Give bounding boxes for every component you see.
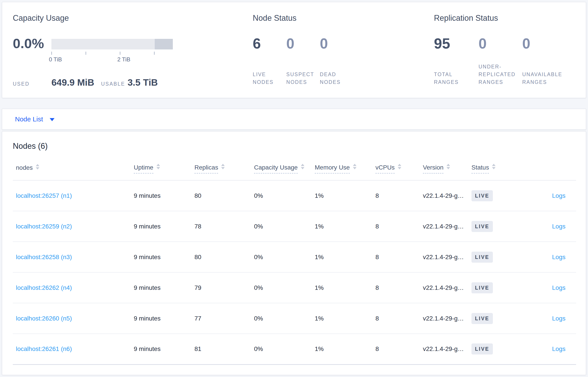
sort-desc-icon	[447, 167, 450, 169]
column-header[interactable]: Status	[471, 158, 527, 180]
sort-asc-icon	[301, 164, 304, 166]
metric-value: 0	[320, 36, 353, 51]
sort-desc-icon	[398, 167, 401, 169]
axis-tick	[51, 52, 52, 55]
uptime-cell: 9 minutes	[134, 180, 194, 211]
nodes-table: nodes Uptime Replicas Capacity Usage Mem…	[13, 158, 576, 365]
column-header-label: Uptime	[134, 164, 153, 174]
table-row: localhost:26259 (n2) 9 minutes 78 0% 1% …	[13, 211, 576, 242]
sort-asc-icon	[156, 164, 160, 166]
logs-link[interactable]: Logs	[552, 192, 565, 199]
column-header[interactable]: Memory Use	[315, 158, 376, 180]
sort-asc-icon	[36, 164, 39, 166]
sort-asc-icon	[447, 164, 450, 166]
replicas-cell: 80	[194, 242, 254, 272]
version-cell: v22.1.4-29-g…	[423, 303, 471, 334]
column-header[interactable]: vCPUs	[376, 158, 423, 180]
sort-desc-icon	[353, 167, 356, 169]
metric-label: DEAD NODES	[320, 71, 353, 86]
vcpus-cell: 8	[376, 334, 423, 365]
axis-tick	[120, 52, 120, 55]
nodes-table-panel: Nodes (6) nodes Uptime Replicas Capacity…	[2, 131, 586, 375]
column-header-label: nodes	[16, 164, 33, 173]
table-header-row: nodes Uptime Replicas Capacity Usage Mem…	[13, 158, 576, 180]
vcpus-cell: 8	[376, 242, 423, 272]
node-link[interactable]: localhost:26257 (n1)	[16, 192, 72, 199]
sort-desc-icon	[36, 167, 39, 169]
column-header[interactable]: nodes	[13, 158, 134, 180]
sort-icon	[353, 164, 356, 169]
axis-tick	[154, 52, 154, 55]
capacity-usage-title: Capacity Usage	[13, 13, 253, 23]
node-link[interactable]: localhost:26262 (n4)	[16, 284, 72, 291]
replicas-cell: 81	[194, 334, 254, 365]
view-selector-label: Node List	[15, 116, 43, 123]
vcpus-cell: 8	[376, 180, 423, 211]
axis-tick	[86, 52, 86, 55]
sort-icon	[447, 164, 450, 169]
column-header-label: Capacity Usage	[254, 164, 298, 174]
capacity-cell: 0%	[254, 180, 315, 211]
logs-link[interactable]: Logs	[552, 284, 565, 291]
axis-tick-label: 2 TiB	[117, 56, 130, 63]
metric-value: 95	[434, 36, 479, 51]
capacity-cell: 0%	[254, 211, 315, 242]
replication-status-section: Replication Status 9500 TOTAL RANGESUNDE…	[434, 13, 575, 98]
version-cell: v22.1.4-29-g…	[423, 211, 471, 242]
memory-cell: 1%	[315, 211, 376, 242]
view-selector-dropdown[interactable]: Node List	[2, 109, 586, 130]
column-header[interactable]: Version	[423, 158, 471, 180]
sort-desc-icon	[492, 167, 495, 169]
column-header[interactable]: Capacity Usage	[254, 158, 315, 180]
status-badge: LIVE	[471, 252, 493, 263]
node-link[interactable]: localhost:26258 (n3)	[16, 254, 72, 260]
sort-desc-icon	[156, 167, 160, 169]
capacity-bar-extra-segment	[155, 39, 173, 49]
sort-icon	[36, 164, 39, 169]
sort-icon	[221, 164, 225, 169]
sort-icon	[492, 164, 495, 169]
table-row: localhost:26258 (n3) 9 minutes 80 0% 1% …	[13, 242, 576, 272]
logs-link[interactable]: Logs	[552, 223, 565, 230]
sort-asc-icon	[492, 164, 495, 166]
table-row: localhost:26260 (n5) 9 minutes 77 0% 1% …	[13, 303, 576, 334]
uptime-cell: 9 minutes	[134, 242, 194, 272]
table-row: localhost:26262 (n4) 9 minutes 79 0% 1% …	[13, 272, 576, 303]
table-row: localhost:26257 (n1) 9 minutes 80 0% 1% …	[13, 180, 576, 211]
usable-value: 3.5 TiB	[128, 77, 158, 88]
node-status-title: Node Status	[253, 13, 434, 23]
replicas-cell: 78	[194, 211, 254, 242]
node-link[interactable]: localhost:26261 (n6)	[16, 345, 72, 352]
status-badge: LIVE	[471, 313, 493, 324]
memory-cell: 1%	[315, 180, 376, 211]
metric-value: 0	[286, 36, 320, 51]
column-header[interactable]: Uptime	[134, 158, 194, 180]
uptime-cell: 9 minutes	[134, 303, 194, 334]
status-badge: LIVE	[471, 190, 493, 201]
memory-cell: 1%	[315, 272, 376, 303]
status-badge: LIVE	[471, 282, 493, 293]
vcpus-cell: 8	[376, 211, 423, 242]
uptime-cell: 9 minutes	[134, 211, 194, 242]
capacity-bar-track	[51, 39, 173, 49]
memory-cell: 1%	[315, 334, 376, 365]
cluster-summary-panel: Capacity Usage 0.0% 0 TiB 2 TiB	[2, 2, 586, 98]
logs-link[interactable]: Logs	[552, 254, 565, 260]
column-header-label: Version	[423, 164, 443, 174]
status-badge: LIVE	[471, 343, 493, 354]
capacity-cell: 0%	[254, 242, 315, 272]
metric-label: UNAVAILABLE RANGES	[522, 71, 575, 86]
sort-desc-icon	[221, 167, 225, 169]
sort-asc-icon	[353, 164, 356, 166]
column-header[interactable]: Replicas	[194, 158, 254, 180]
node-link[interactable]: localhost:26259 (n2)	[16, 223, 72, 230]
column-header-label: Memory Use	[315, 164, 350, 174]
metric-value: 0	[479, 36, 522, 51]
version-cell: v22.1.4-29-g…	[423, 180, 471, 211]
logs-link[interactable]: Logs	[552, 345, 565, 352]
logs-link[interactable]: Logs	[552, 315, 565, 322]
uptime-cell: 9 minutes	[134, 334, 194, 365]
node-link[interactable]: localhost:26260 (n5)	[16, 315, 72, 322]
capacity-axis-ticks	[51, 52, 173, 55]
vcpus-cell: 8	[376, 303, 423, 334]
